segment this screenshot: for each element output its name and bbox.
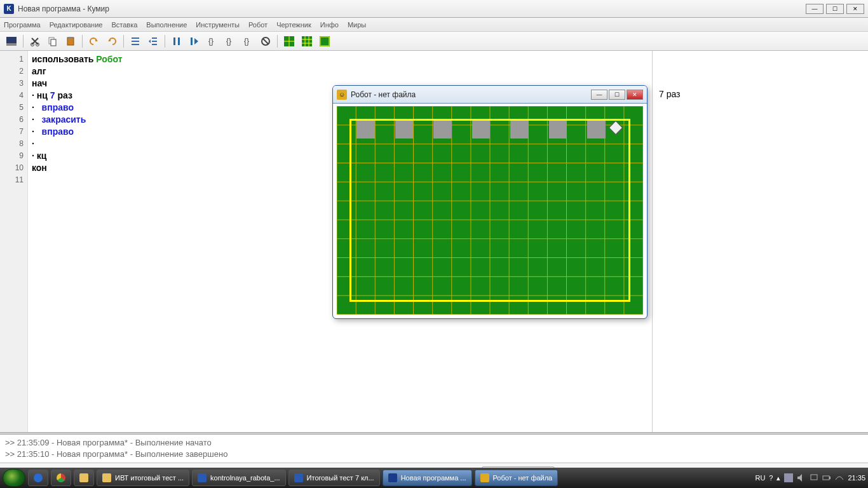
taskbar-item[interactable]: kontrolnaya_rabota_... (192, 470, 285, 486)
robot-window-titlebar[interactable]: ☺ Робот - нет файла — ☐ ✕ (333, 86, 647, 104)
action-center-icon[interactable] (810, 473, 818, 482)
menu-insert[interactable]: Вставка (111, 21, 137, 29)
help-icon[interactable]: ? (769, 474, 773, 482)
braces3-icon[interactable]: {} (240, 34, 255, 49)
window-title: Новая программа - Кумир (18, 4, 109, 13)
taskbar-item[interactable]: ИВТ итоговый тест ... (97, 470, 189, 486)
robot-field[interactable] (337, 106, 643, 315)
code-token: Робот (96, 54, 122, 64)
svg-text:{}: {} (244, 37, 249, 46)
grid2-icon[interactable] (299, 34, 315, 49)
cut-icon[interactable] (27, 34, 43, 49)
step-icon[interactable] (187, 34, 202, 49)
menu-program[interactable]: Программа (4, 21, 41, 29)
outdent-icon[interactable] (146, 34, 161, 49)
menu-worlds[interactable]: Миры (348, 21, 366, 29)
svg-rect-44 (811, 475, 817, 480)
kumir-icon (388, 473, 397, 482)
battery-icon[interactable] (822, 473, 831, 482)
svg-rect-3 (51, 39, 56, 46)
window-buttons: — ☐ ✕ (806, 4, 864, 14)
line-number: 3 (0, 78, 27, 90)
menubar: Программа Редактирование Вставка Выполне… (0, 18, 868, 32)
code-token: вправо (42, 102, 74, 112)
language-indicator[interactable]: RU (755, 474, 765, 482)
menu-info[interactable]: Инфо (320, 21, 339, 29)
code-token: раз (55, 90, 72, 100)
robot-wall-border (349, 119, 630, 302)
toolbar-separator (277, 35, 278, 48)
volume-icon[interactable] (797, 473, 806, 482)
line-number: 2 (0, 65, 27, 78)
line-number: 4 (0, 90, 27, 102)
painted-cell (395, 121, 413, 139)
svg-text:{}: {} (226, 37, 231, 46)
grid1-icon[interactable] (281, 34, 297, 49)
robot-window[interactable]: ☺ Робот - нет файла — ☐ ✕ (332, 85, 648, 319)
taskbar-item[interactable]: Итоговый тест 7 кл... (288, 470, 380, 486)
redo-icon[interactable] (104, 34, 119, 49)
robot-icon (480, 473, 489, 482)
run-icon[interactable] (169, 34, 184, 49)
stop-icon[interactable] (258, 34, 273, 49)
grid3-icon[interactable] (317, 34, 332, 49)
line-number: 6 (0, 114, 27, 126)
toolbar-separator (23, 35, 24, 48)
menu-edit[interactable]: Редактирование (50, 21, 103, 29)
taskbar-pinned[interactable] (74, 470, 94, 486)
maximize-button[interactable]: ☐ (826, 4, 844, 14)
robot-close-button[interactable]: ✕ (627, 90, 643, 100)
taskbar-item[interactable]: Робот - нет файла (475, 470, 559, 486)
console-msg: Выполнение начато (135, 438, 212, 447)
minimize-button[interactable]: — (806, 4, 824, 14)
code-token: 7 (50, 90, 55, 100)
taskbar-pinned[interactable] (28, 470, 48, 486)
toolbar: {} {} {} (0, 32, 868, 51)
code-token: нц (37, 90, 50, 100)
menu-drawer[interactable]: Чертежник (276, 21, 311, 29)
menu-run[interactable]: Выполнение (146, 21, 187, 29)
word-icon (198, 473, 207, 482)
close-button[interactable]: ✕ (846, 4, 864, 14)
tray-chevron-icon[interactable]: ▴ (776, 474, 780, 482)
robot-window-title: Робот - нет файла (351, 90, 416, 99)
svg-rect-43 (784, 473, 793, 482)
painted-cell (549, 121, 567, 139)
side-pane: 7 раз (652, 51, 868, 432)
folder-icon (79, 473, 88, 482)
system-tray: RU ? ▴ 21:35 (755, 473, 865, 482)
console-msg: Выполнение завершено (135, 449, 228, 459)
line-number: 5 (0, 102, 27, 114)
undo-icon[interactable] (86, 34, 102, 49)
save-icon[interactable] (4, 34, 19, 49)
wifi-icon[interactable] (835, 473, 844, 482)
code-line: алг (32, 65, 648, 78)
taskbar-label: kontrolnaya_rabota_... (210, 474, 280, 482)
copy-icon[interactable] (45, 34, 60, 49)
svg-rect-5 (69, 37, 72, 39)
start-button[interactable] (3, 469, 25, 487)
list-icon[interactable] (128, 34, 143, 49)
line-number: 9 (0, 150, 27, 162)
line-number: 7 (0, 126, 27, 138)
svg-rect-12 (320, 36, 330, 46)
taskbar-pinned[interactable] (51, 470, 71, 486)
output-console[interactable]: >> 21:35:09 - Новая программа* - Выполне… (0, 435, 868, 463)
main-area: 1 2 3 4 5 6 7 8 9 10 11 использовать Роб… (0, 51, 868, 432)
braces1-icon[interactable]: {} (205, 34, 220, 49)
line-number: 1 (0, 53, 27, 65)
menu-tools[interactable]: Инструменты (196, 21, 240, 29)
robot-minimize-button[interactable]: — (591, 90, 607, 100)
toolbar-separator (165, 35, 165, 48)
svg-rect-45 (823, 476, 829, 480)
taskbar: ИВТ итоговый тест ... kontrolnaya_rabota… (0, 468, 868, 488)
code-token: кц (37, 151, 47, 161)
taskbar-item[interactable]: Новая программа ... (383, 470, 472, 486)
paste-icon[interactable] (63, 34, 78, 49)
robot-maximize-button[interactable]: ☐ (609, 90, 625, 100)
code-token: использовать (32, 54, 96, 64)
braces2-icon[interactable]: {} (222, 34, 238, 49)
network-icon[interactable] (784, 473, 793, 482)
clock[interactable]: 21:35 (848, 474, 865, 482)
menu-robot[interactable]: Робот (248, 21, 268, 29)
